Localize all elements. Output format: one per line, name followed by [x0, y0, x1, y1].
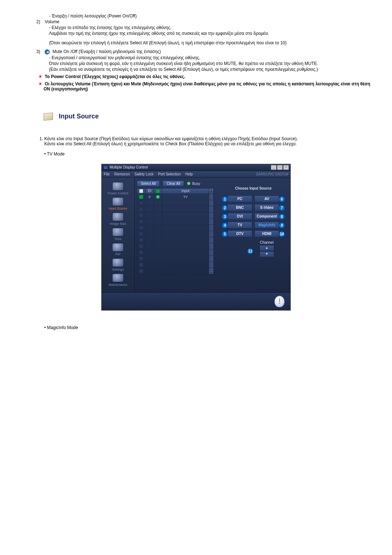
sidebar-label: Time [114, 237, 122, 241]
note-2: ✶ Οι λειτουργίες Volume (Ένταση ήχου) κα… [44, 81, 377, 92]
source-magicinfo-button[interactable]: MagicInfo 9 [254, 222, 279, 228]
menu-help[interactable]: Help [185, 172, 193, 176]
sidebar-item-settings[interactable]: Settings [112, 258, 124, 272]
power-desc: - Έναρξη / παύση λειτουργίας (Power On/O… [49, 13, 377, 19]
num-3: 3) [36, 49, 44, 54]
maintenance-icon [112, 274, 124, 282]
right-pane: Choose Input Source 1 PC 2 BNC 3 [216, 178, 290, 292]
row-check-icon[interactable] [139, 256, 143, 261]
menu-file[interactable]: File [104, 172, 110, 176]
channel-down-button[interactable]: ▼ [260, 251, 274, 257]
source-pc-button[interactable]: 1 PC [228, 195, 252, 202]
row-check-icon[interactable] [139, 263, 143, 267]
scroll-track[interactable] [209, 194, 214, 200]
sidebar-item-time[interactable]: Time [112, 227, 124, 242]
menu-bar: File Remocon Safety Lock Port Selection … [102, 171, 290, 178]
table-row [137, 231, 214, 237]
source-svideo-button[interactable]: S-Video 7 [254, 204, 279, 211]
mute-label: Mute On /Off (Έναρξη / παύση μηδενισμού … [53, 49, 161, 54]
check-all-icon[interactable] [139, 189, 143, 193]
window-buttons: _ □ × [271, 165, 289, 170]
app-main: Power Control Input Source Image Size Ti… [102, 178, 290, 292]
mute-l2: Όταν επιλέγετε μία συσκευή τη φορά, εάν … [49, 61, 377, 66]
source-tv-button[interactable]: 4 TV [228, 222, 252, 228]
dash: - [49, 13, 50, 19]
volume-l2: Λαμβάνει την τιμή της έντασης ήχου της ε… [49, 31, 377, 36]
row-check-icon[interactable] [139, 269, 143, 273]
btn-label: PC [237, 197, 242, 201]
badge-6: 6 [279, 196, 285, 202]
close-button[interactable]: × [283, 165, 289, 170]
btn-label: DVI [237, 214, 243, 218]
choose-input-title: Choose Input Source [235, 186, 272, 190]
channel-up-button[interactable]: ▲ [260, 245, 274, 251]
instruction-list: Κάντε κλικ στο Input Source (Πηγή Εισόδο… [36, 136, 377, 146]
row-check-icon[interactable] [139, 207, 143, 211]
button-row: Select All Clear All Busy [137, 181, 214, 187]
maximize-button[interactable]: □ [277, 165, 283, 170]
row-check-icon[interactable] [139, 195, 143, 199]
star-icon: ✶ [38, 81, 42, 86]
sidebar-item-input[interactable]: Input Source [109, 197, 127, 211]
menu-safety-lock[interactable]: Safety Lock [135, 172, 154, 176]
table-row [137, 256, 214, 262]
menu-remocon[interactable]: Remocon [114, 172, 130, 176]
btn-label: BNC [236, 206, 244, 210]
row-check-icon[interactable] [139, 226, 143, 230]
status-header-icon [156, 189, 160, 193]
mute-icon: ◀ [45, 49, 50, 54]
table-row [137, 206, 214, 212]
table-row [137, 250, 214, 256]
menu-port-selection[interactable]: Port Selection [158, 172, 181, 176]
row-id: 0 [146, 194, 154, 200]
source-hdmi-button[interactable]: HDMI 10 [254, 230, 279, 237]
mute-l1: - Ενεργοποιεί / απενεργοποιεί τον μηδενι… [49, 55, 377, 60]
sidebar-item-image[interactable]: Image Size [110, 212, 126, 226]
instr-p1: Κάντε κλικ στο Input Source (Πηγή Εισόδο… [44, 136, 298, 141]
row-check-icon[interactable] [139, 201, 143, 205]
channel-buttons: 11 ▲ ▼ [254, 245, 279, 257]
app-title: Multiple Display Control [110, 165, 148, 169]
sidebar-label: Image Size [110, 222, 126, 226]
title-bar: Multiple Display Control _ □ × [102, 164, 290, 171]
row-check-icon[interactable] [139, 244, 143, 248]
num-2: 2) [36, 19, 44, 24]
source-col-right: AV 6 S-Video 7 Component 8 MagicInfo [254, 195, 279, 257]
btn-label: MagicInfo [258, 223, 275, 227]
col-id: ID [146, 189, 154, 194]
clear-all-button[interactable]: Clear All [163, 181, 184, 187]
badge-8: 8 [279, 214, 285, 220]
source-bnc-button[interactable]: 2 BNC [228, 204, 252, 211]
source-av-button[interactable]: AV 6 [254, 195, 279, 202]
row-check-icon[interactable] [139, 213, 143, 218]
source-dtv-button[interactable]: 5 DTV [228, 230, 252, 237]
star-icon: ✶ [38, 74, 42, 79]
minimize-button[interactable]: _ [271, 165, 277, 170]
badge-2: 2 [222, 205, 228, 211]
scroll-up[interactable]: ▲ [209, 189, 214, 194]
table-row[interactable]: 0 TV [137, 194, 214, 200]
source-col-left: 1 PC 2 BNC 3 DVI 4 TV [228, 195, 252, 257]
busy-indicator: Busy [187, 182, 200, 186]
select-all-button[interactable]: Select All [137, 181, 160, 187]
center-pane: Select All Clear All Busy ID Input [135, 178, 216, 292]
sidebar-item-power[interactable]: Power Control [107, 181, 128, 196]
row-check-icon[interactable] [139, 238, 143, 242]
table-row [137, 219, 214, 225]
source-component-button[interactable]: Component 8 [254, 213, 279, 220]
mute-item: 3) ◀ Mute On /Off (Έναρξη / παύση μηδενι… [36, 49, 377, 54]
note2-text: Οι λειτουργίες Volume (Ένταση ήχου) και … [44, 81, 370, 92]
row-check-icon[interactable] [139, 250, 143, 255]
note1-text: Το Power Control (Έλεγχος Ισχύος) εφαρμό… [45, 74, 185, 79]
table-row [137, 237, 214, 243]
row-check-icon[interactable] [139, 232, 143, 236]
row-check-icon[interactable] [139, 219, 143, 224]
instr-p2: Κάντε κλικ στο Select All (Επιλογή όλων)… [44, 141, 297, 146]
sidebar-item-maintenance[interactable]: Maintenance [109, 273, 127, 287]
sidebar-item-pip[interactable]: PIP [112, 242, 124, 257]
settings-icon [112, 258, 124, 267]
badge-9: 9 [279, 222, 285, 228]
source-dvi-button[interactable]: 3 DVI [228, 213, 252, 220]
sidebar-label: Maintenance [109, 283, 127, 287]
col-status [154, 189, 162, 194]
